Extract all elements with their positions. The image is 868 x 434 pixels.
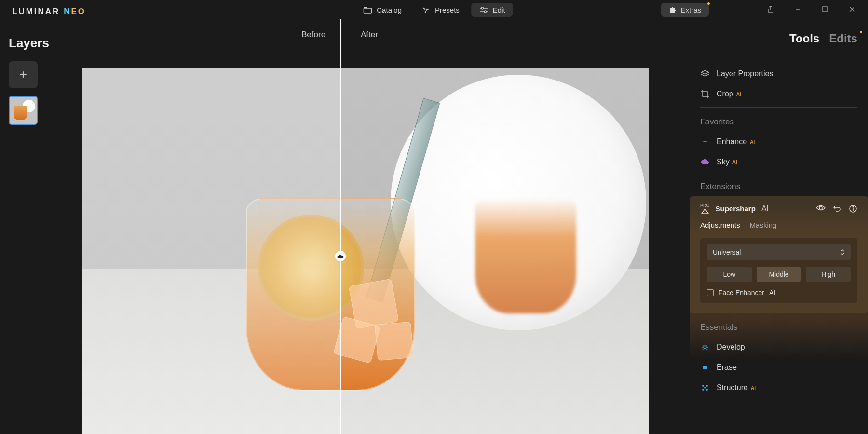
supersharp-actions	[816, 204, 857, 213]
mode-value: Universal	[713, 248, 741, 256]
cloud-icon	[700, 159, 710, 165]
logo-neo-1: N	[64, 7, 71, 16]
ai-badge: AI	[732, 160, 737, 165]
add-layer-button[interactable]: +	[9, 61, 38, 88]
minimize-button[interactable]	[795, 6, 801, 14]
app-logo: LUMINAR NEO	[12, 7, 86, 16]
strength-row: Low Middle High	[707, 267, 851, 282]
svg-point-12	[819, 206, 822, 209]
ai-badge: AI	[750, 139, 755, 145]
enhance-tool[interactable]: Enhance AI	[700, 132, 857, 152]
svg-point-18	[702, 385, 704, 387]
erase-label: Erase	[717, 363, 737, 372]
supersharp-controls: Universal Low Middle High Face Enhancer …	[700, 238, 857, 303]
extras-label: Extras	[680, 6, 701, 14]
enhance-label: Enhance	[717, 137, 747, 146]
structure-label: Structure	[717, 383, 748, 392]
after-label: After	[361, 30, 378, 40]
right-panel: Tools Edits Layer Properties Crop AI Fav…	[690, 19, 868, 434]
sun-icon	[700, 343, 710, 351]
structure-tool[interactable]: Structure AI	[700, 378, 857, 398]
face-enhancer-checkbox[interactable]: Face Enhancer AI	[707, 289, 851, 297]
maximize-button[interactable]	[822, 6, 828, 14]
layer-thumb-image	[10, 97, 37, 124]
catalog-label: Catalog	[377, 6, 402, 14]
ai-badge: AI	[751, 385, 756, 391]
eraser-icon	[700, 364, 710, 371]
supersharp-header[interactable]: PRO Supersharp AI	[700, 196, 857, 221]
share-icon[interactable]	[767, 6, 774, 14]
crop-label: Crop	[717, 90, 733, 98]
logo-text: LUMINAR	[12, 7, 60, 16]
svg-rect-17	[703, 366, 707, 369]
svg-point-15	[853, 206, 854, 207]
top-bar: LUMINAR NEO Catalog Presets Edit	[0, 0, 868, 19]
lemon-shape	[258, 215, 364, 321]
adjustments-tab[interactable]: Adjustments	[700, 221, 740, 229]
ice-cube-shape	[375, 322, 414, 361]
essentials-header: Essentials	[700, 323, 857, 332]
svg-rect-0	[364, 8, 371, 13]
svg-point-16	[704, 346, 706, 349]
svg-point-7	[484, 11, 486, 13]
crop-tool[interactable]: Crop AI	[700, 84, 857, 104]
compare-divider[interactable]	[340, 19, 341, 434]
crop-icon	[700, 90, 710, 98]
sky-tool[interactable]: Sky AI	[700, 152, 857, 172]
layer-properties-tool[interactable]: Layer Properties	[700, 64, 857, 84]
layers-title: Layers	[9, 36, 59, 51]
develop-label: Develop	[717, 343, 745, 352]
strength-middle-button[interactable]: Middle	[757, 267, 801, 282]
window-controls	[767, 6, 855, 14]
edit-button[interactable]: Edit	[471, 3, 513, 17]
layers-icon	[700, 70, 710, 78]
ai-badge: AI	[736, 92, 741, 97]
erase-tool[interactable]: Erase	[700, 357, 857, 378]
strength-low-button[interactable]: Low	[707, 267, 752, 282]
edit-label: Edit	[493, 6, 505, 14]
extras-button[interactable]: Extras	[661, 3, 709, 17]
chevron-updown-icon	[840, 249, 845, 256]
reflected-glass-shape	[475, 198, 576, 313]
favorites-header: Favorites	[700, 117, 857, 127]
supersharp-title: Supersharp	[716, 204, 756, 213]
masking-tab[interactable]: Masking	[750, 221, 777, 229]
pro-badge: PRO	[700, 203, 710, 208]
left-sidebar: Layers +	[0, 19, 68, 135]
before-label: Before	[301, 30, 326, 40]
undo-icon[interactable]	[833, 204, 841, 213]
presets-label: Presets	[435, 6, 460, 14]
tab-tools[interactable]: Tools	[789, 32, 819, 45]
notification-dot	[860, 31, 862, 33]
puzzle-icon	[669, 6, 677, 14]
layer-properties-label: Layer Properties	[717, 69, 773, 78]
sparkle-icon	[700, 138, 710, 146]
sliders-icon	[479, 7, 488, 14]
visibility-icon[interactable]	[816, 204, 826, 213]
layer-thumbnail-1[interactable]	[9, 96, 38, 125]
presets-button[interactable]: Presets	[413, 3, 467, 17]
close-button[interactable]	[849, 6, 855, 14]
svg-point-19	[706, 385, 708, 387]
catalog-button[interactable]: Catalog	[355, 3, 409, 17]
panel-body: Layer Properties Crop AI Favorites Enhan…	[700, 64, 857, 398]
compare-handle[interactable]: ◀▶	[335, 251, 346, 261]
structure-icon	[700, 384, 710, 392]
svg-rect-9	[823, 7, 827, 12]
mode-select[interactable]: Universal	[707, 244, 851, 260]
svg-point-22	[704, 387, 706, 389]
supersharp-subtabs: Adjustments Masking	[700, 221, 857, 229]
notification-dot	[707, 2, 710, 5]
info-icon[interactable]	[849, 204, 857, 213]
sky-label: Sky	[717, 158, 730, 166]
top-center-nav: Catalog Presets Edit	[355, 3, 513, 17]
panel-tabs: Tools Edits	[700, 32, 857, 45]
develop-tool[interactable]: Develop	[700, 337, 857, 357]
logo-neo-2: EO	[71, 7, 86, 16]
strength-high-button[interactable]: High	[806, 267, 851, 282]
supersharp-icon: PRO	[700, 203, 710, 214]
magic-icon	[421, 6, 431, 14]
face-enhancer-label: Face Enhancer	[719, 289, 764, 297]
image-canvas[interactable]	[82, 68, 649, 434]
tab-edits[interactable]: Edits	[829, 32, 857, 45]
